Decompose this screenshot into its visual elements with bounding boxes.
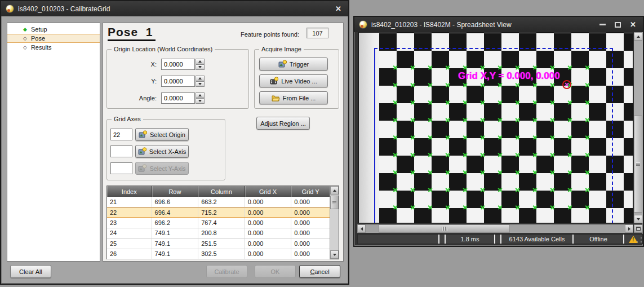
x-axis-index-field[interactable]	[110, 145, 132, 157]
feature-point-mark	[393, 152, 398, 157]
y-axis-index-field[interactable]	[110, 162, 132, 174]
feature-point-mark	[585, 82, 590, 87]
view-corner-button[interactable]	[634, 224, 643, 233]
select-origin-button[interactable]: Select Origin	[135, 128, 189, 141]
feature-point-mark	[567, 170, 572, 175]
feature-point-mark	[550, 187, 555, 192]
spreadsheet-titlebar[interactable]: is8402_010203 - IS8402M - Spreadsheet Vi…	[354, 17, 643, 32]
scrollbar-thumb[interactable]	[634, 116, 642, 213]
feature-point-mark	[498, 170, 503, 175]
spin-up-icon[interactable]	[196, 76, 205, 81]
table-row[interactable]: 25 749.1 251.5 0.000 0.000	[107, 239, 330, 249]
column-header[interactable]: Row	[152, 186, 199, 197]
button-label: Live Video ...	[281, 78, 317, 85]
feature-point-mark	[480, 65, 485, 70]
feature-point-mark	[463, 170, 468, 175]
select-point-icon	[139, 130, 147, 139]
grid-xy-annotation: Grid X,Y = 0.000, 0.000	[458, 70, 560, 82]
sidebar-item-setup[interactable]: ◆ Setup	[7, 25, 100, 34]
feature-point-mark	[480, 187, 485, 192]
from-file-button[interactable]: From File ...	[259, 91, 328, 104]
cell-grid-x: 0.000	[245, 218, 292, 228]
close-icon[interactable]: ✕	[333, 5, 344, 13]
cell-grid-x: 0.000	[245, 239, 292, 249]
spin-up-icon[interactable]	[196, 92, 205, 98]
x-field[interactable]	[161, 59, 195, 70]
feature-point-mark	[498, 82, 503, 87]
column-header[interactable]: Grid Y	[291, 186, 330, 197]
feature-point-mark	[585, 117, 590, 122]
origin-index-field[interactable]	[110, 129, 132, 140]
maximize-icon[interactable]	[615, 22, 621, 28]
close-icon[interactable]: ✕	[630, 21, 636, 28]
sidebar-item-results[interactable]: ◇ Results	[7, 43, 100, 52]
table-row[interactable]: 26 749.1 302.5 0.000 0.000	[107, 249, 330, 260]
feature-point-mark	[585, 170, 590, 175]
feature-point-mark	[498, 65, 503, 70]
clear-all-button[interactable]: Clear All	[10, 265, 51, 278]
scroll-up-icon[interactable]	[330, 186, 339, 195]
trigger-button[interactable]: Trigger	[259, 58, 328, 70]
column-header[interactable]: Grid X	[245, 186, 292, 197]
table-row[interactable]: 23 696.2 767.4 0.000 0.000	[107, 218, 330, 228]
feature-point-mark	[567, 135, 572, 140]
angle-stepper	[196, 92, 205, 104]
cell-grid-x: 0.000	[245, 197, 292, 207]
spin-down-icon[interactable]	[196, 81, 205, 87]
horizontal-scrollbar[interactable]	[357, 224, 633, 233]
table-scrollbar[interactable]	[330, 186, 339, 259]
cancel-button[interactable]: Cancel	[299, 265, 340, 278]
adjust-region-button[interactable]: Adjust Region ...	[256, 117, 310, 130]
feature-point-mark	[550, 117, 555, 122]
step-pending-icon: ◇	[23, 36, 27, 41]
feature-point-mark	[393, 65, 398, 70]
live-video-button[interactable]: Live Video ...	[259, 74, 328, 87]
column-header[interactable]: Column	[198, 186, 245, 197]
film-strip-icon	[270, 77, 278, 85]
feature-point-mark	[498, 187, 503, 192]
feature-point-mark	[550, 65, 555, 70]
feature-point-mark	[463, 100, 468, 105]
sidebar-item-label: Setup	[31, 26, 47, 33]
spin-down-icon[interactable]	[196, 64, 205, 70]
scrollbar-thumb[interactable]	[330, 196, 339, 209]
feature-points-table: Index Row Column Grid X Grid Y 21 696.6 …	[106, 186, 339, 259]
feature-point-mark	[585, 65, 590, 70]
feature-point-mark	[585, 135, 590, 140]
calibrate-titlebar[interactable]: is8402_010203 - CalibrateGrid ✕	[1, 1, 348, 16]
scroll-up-icon[interactable]	[634, 32, 642, 41]
grid-axes-group: Grid Axes Select Origin Select X-Axis Se…	[106, 119, 225, 180]
feature-point-mark	[532, 152, 538, 157]
step-complete-icon: ◆	[23, 27, 27, 32]
image-viewport[interactable]: Grid X,Y = 0.000, 0.000	[358, 32, 633, 223]
table-row[interactable]: 21 696.6 663.2 0.000 0.000	[107, 197, 330, 207]
scrollbar-thumb[interactable]	[379, 224, 510, 233]
origin-point-marker[interactable]	[562, 80, 571, 89]
scroll-right-icon[interactable]	[625, 224, 633, 233]
feature-point-mark	[567, 100, 572, 105]
button-label: Adjust Region ...	[260, 120, 306, 127]
cell-grid-y: 0.000	[291, 228, 330, 239]
feature-point-mark	[498, 117, 503, 122]
feature-point-mark	[550, 152, 555, 157]
scroll-down-icon[interactable]	[634, 215, 642, 223]
button-label: Clear All	[19, 268, 42, 275]
button-label: ancel	[314, 268, 329, 275]
table-row[interactable]: 24 749.1 200.8 0.000 0.000	[107, 228, 330, 239]
column-header[interactable]: Index	[107, 186, 152, 197]
feature-point-mark	[480, 117, 485, 122]
y-field[interactable]	[161, 76, 195, 87]
sidebar-item-pose[interactable]: ◇ Pose	[7, 34, 100, 43]
feature-point-mark	[463, 187, 468, 192]
spin-down-icon[interactable]	[196, 98, 205, 104]
minimize-icon[interactable]	[599, 24, 606, 25]
vertical-scrollbar[interactable]	[634, 32, 643, 223]
resize-grip-icon[interactable]	[637, 237, 642, 242]
scroll-left-icon[interactable]	[357, 224, 366, 233]
angle-field[interactable]	[161, 92, 195, 104]
scroll-down-icon[interactable]	[330, 250, 339, 259]
select-x-axis-button[interactable]: Select X-Axis	[135, 145, 189, 158]
spin-up-icon[interactable]	[196, 59, 205, 64]
table-row-selected[interactable]: 22 696.4 715.2 0.000 0.000	[107, 207, 330, 218]
feature-point-mark	[532, 205, 538, 210]
